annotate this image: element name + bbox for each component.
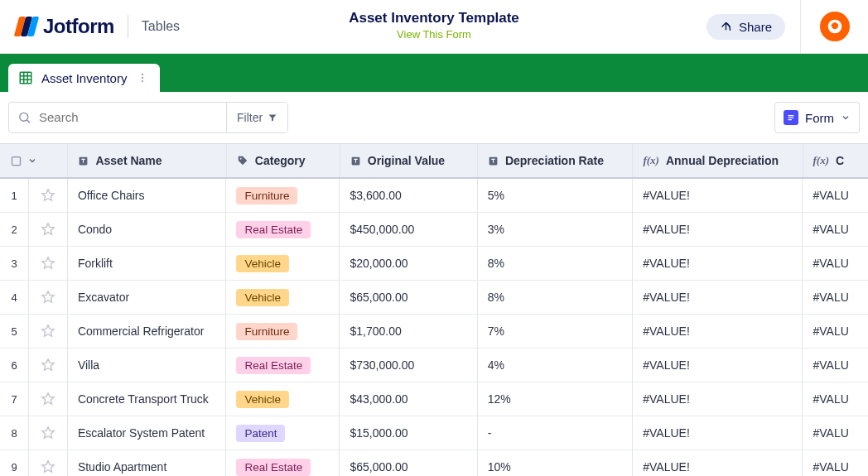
- star-button[interactable]: [29, 450, 68, 476]
- avatar-icon: [827, 18, 843, 35]
- table-row[interactable]: 6VillaReal Estate$730,000.004%#VALUE!#VA…: [0, 349, 868, 382]
- product-label[interactable]: Tables: [142, 19, 180, 34]
- star-button[interactable]: [29, 315, 68, 348]
- cell-depreciation-rate[interactable]: 3%: [478, 213, 634, 246]
- col-header-original-value[interactable]: Original Value: [340, 144, 478, 177]
- cell-original-value[interactable]: $65,000.00: [340, 281, 477, 314]
- cell-annual-depreciation[interactable]: #VALUE!: [633, 315, 803, 348]
- cell-current[interactable]: #VALU: [803, 247, 868, 280]
- cell-current[interactable]: #VALU: [803, 315, 868, 348]
- cell-original-value[interactable]: $15,000.00: [340, 416, 477, 450]
- cell-original-value[interactable]: $3,600.00: [340, 179, 477, 212]
- cell-category[interactable]: Real Estate: [226, 213, 340, 246]
- cell-depreciation-rate[interactable]: 10%: [478, 450, 634, 476]
- cell-asset-name[interactable]: Excavator: [68, 281, 227, 314]
- cell-annual-depreciation[interactable]: #VALUE!: [633, 349, 803, 382]
- cell-category[interactable]: Vehicle: [226, 247, 340, 280]
- cell-asset-name[interactable]: Commercial Refrigerator: [68, 315, 227, 348]
- cell-current[interactable]: #VALU: [803, 349, 868, 382]
- cell-annual-depreciation[interactable]: #VALUE!: [633, 247, 803, 280]
- table-row[interactable]: 9Studio ApartmentReal Estate$65,000.0010…: [0, 450, 868, 476]
- star-button[interactable]: [29, 213, 68, 246]
- cell-annual-depreciation[interactable]: #VALUE!: [633, 179, 803, 212]
- table-row[interactable]: 2CondoReal Estate$450,000.003%#VALUE!#VA…: [0, 213, 868, 247]
- cell-original-value[interactable]: $450,000.00: [340, 213, 477, 246]
- cell-current[interactable]: #VALU: [803, 213, 868, 246]
- cell-annual-depreciation[interactable]: #VALUE!: [633, 382, 803, 416]
- cell-current[interactable]: #VALU: [803, 179, 868, 212]
- svg-rect-6: [12, 156, 21, 165]
- table-row[interactable]: 8Escalator System PatentPatent$15,000.00…: [0, 416, 868, 450]
- cell-category[interactable]: Real Estate: [226, 450, 340, 476]
- col-header-depreciation-rate[interactable]: Depreciation Rate: [478, 144, 634, 177]
- select-all-header[interactable]: [0, 144, 68, 177]
- col-header-current[interactable]: f(x) C: [803, 144, 869, 177]
- col-header-asset-name[interactable]: Asset Name: [68, 144, 226, 177]
- tab-asset-inventory[interactable]: Asset Inventory: [8, 64, 160, 92]
- col-header-annual-depreciation[interactable]: f(x) Annual Depreciation: [633, 144, 803, 177]
- table-row[interactable]: 5Commercial RefrigeratorFurniture$1,700.…: [0, 315, 868, 349]
- cell-original-value[interactable]: $43,000.00: [340, 382, 477, 416]
- cell-current[interactable]: #VALU: [803, 416, 868, 450]
- cell-depreciation-rate[interactable]: 4%: [478, 349, 634, 382]
- cell-asset-name[interactable]: Escalator System Patent: [68, 416, 227, 450]
- cell-original-value[interactable]: $20,000.00: [340, 247, 477, 280]
- share-button[interactable]: Share: [706, 14, 785, 40]
- chevron-down-icon[interactable]: [27, 156, 37, 166]
- star-button[interactable]: [29, 416, 68, 450]
- cell-asset-name[interactable]: Villa: [68, 349, 227, 382]
- star-button[interactable]: [29, 247, 68, 280]
- cell-asset-name[interactable]: Concrete Transport Truck: [68, 382, 227, 416]
- cell-current[interactable]: #VALU: [803, 281, 868, 314]
- star-button[interactable]: [29, 349, 68, 382]
- cell-category[interactable]: Furniture: [226, 179, 340, 212]
- avatar[interactable]: [820, 12, 850, 41]
- star-button[interactable]: [29, 281, 68, 314]
- cell-asset-name[interactable]: Office Chairs: [68, 179, 227, 212]
- star-button[interactable]: [29, 382, 68, 416]
- cell-annual-depreciation[interactable]: #VALUE!: [633, 213, 803, 246]
- svg-point-3: [142, 77, 143, 79]
- cell-current[interactable]: #VALU: [803, 450, 868, 476]
- cell-current[interactable]: #VALU: [803, 382, 868, 416]
- row-index: 9: [0, 450, 29, 476]
- cell-annual-depreciation[interactable]: #VALUE!: [633, 450, 803, 476]
- search-input[interactable]: [9, 110, 226, 124]
- cell-depreciation-rate[interactable]: 5%: [478, 179, 634, 212]
- cell-annual-depreciation[interactable]: #VALUE!: [633, 281, 803, 314]
- filter-button[interactable]: Filter: [226, 103, 287, 132]
- cell-depreciation-rate[interactable]: 12%: [478, 382, 634, 416]
- brand-logo[interactable]: Jotform: [17, 15, 114, 38]
- cell-annual-depreciation[interactable]: #VALUE!: [633, 416, 803, 450]
- text-column-icon: [78, 156, 89, 166]
- cell-category[interactable]: Vehicle: [226, 382, 340, 416]
- view-form-link[interactable]: View This Form: [397, 28, 471, 41]
- cell-depreciation-rate[interactable]: -: [478, 416, 634, 450]
- table-row[interactable]: 3ForkliftVehicle$20,000.008%#VALUE!#VALU: [0, 247, 868, 281]
- share-label: Share: [739, 20, 772, 34]
- cell-original-value[interactable]: $1,700.00: [340, 315, 477, 348]
- row-index: 6: [0, 349, 29, 382]
- cell-asset-name[interactable]: Forklift: [68, 247, 227, 280]
- cell-category[interactable]: Real Estate: [226, 349, 340, 382]
- cell-original-value[interactable]: $65,000.00: [340, 450, 477, 476]
- row-index: 8: [0, 416, 29, 450]
- cell-category[interactable]: Patent: [226, 416, 340, 450]
- table-row[interactable]: 7Concrete Transport TruckVehicle$43,000.…: [0, 382, 868, 416]
- cell-asset-name[interactable]: Condo: [68, 213, 227, 246]
- search-icon: [17, 111, 31, 125]
- cell-category[interactable]: Vehicle: [226, 281, 340, 314]
- table-row[interactable]: 4ExcavatorVehicle$65,000.008%#VALUE!#VAL…: [0, 281, 868, 315]
- form-view-dropdown[interactable]: Form: [774, 102, 860, 133]
- cell-original-value[interactable]: $730,000.00: [340, 349, 477, 382]
- tab-more-button[interactable]: [135, 71, 150, 84]
- cell-depreciation-rate[interactable]: 8%: [478, 247, 634, 280]
- cell-asset-name[interactable]: Studio Apartment: [68, 450, 227, 476]
- cell-depreciation-rate[interactable]: 7%: [478, 315, 634, 348]
- cell-depreciation-rate[interactable]: 8%: [478, 281, 634, 314]
- table-row[interactable]: 1Office ChairsFurniture$3,600.005%#VALUE…: [0, 179, 868, 213]
- col-header-category[interactable]: Category: [227, 144, 340, 177]
- checkbox-icon[interactable]: [10, 155, 22, 167]
- star-button[interactable]: [29, 179, 68, 212]
- cell-category[interactable]: Furniture: [226, 315, 340, 348]
